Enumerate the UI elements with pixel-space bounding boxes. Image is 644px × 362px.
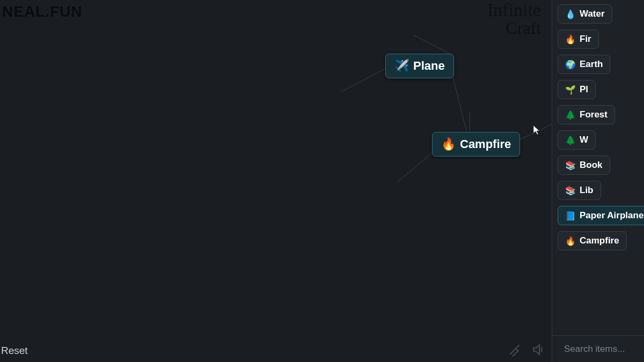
search-input[interactable] [564,344,644,354]
fire-icon: 🔥 [441,137,456,151]
svg-line-2 [340,69,385,92]
books-icon: 📚 [565,186,576,196]
site-logo[interactable]: NEAL.FUN [2,3,83,20]
seedling-icon: 🌱 [565,85,576,95]
sidebar: 💧 Water 🔥 Fir 🌍 Earth 🌱 Pl 🌲 Forest 🌲 W … [552,0,644,362]
chip-label: Fir [580,34,591,45]
tree-icon: 🌲 [565,135,576,145]
inventory-item-paper-airplane[interactable]: 📘 Paper Airplane [558,206,644,225]
tree-icon: 🌲 [565,110,576,120]
inventory: 💧 Water 🔥 Fir 🌍 Earth 🌱 Pl 🌲 Forest 🌲 W … [552,0,644,335]
fire-icon: 🔥 [565,236,576,246]
paper-icon: 📘 [565,211,576,221]
chip-label: Forest [580,109,608,120]
inventory-item-earth[interactable]: 🌍 Earth [558,55,610,74]
fire-icon: 🔥 [565,34,576,45]
earth-icon: 🌍 [565,60,576,70]
node-label: Campfire [460,137,511,151]
inventory-item-campfire[interactable]: 🔥 Campfire [558,231,627,250]
chip-label: Water [580,9,605,19]
plane-icon: ✈️ [394,59,409,73]
game-title-line1: Infinite [487,1,541,19]
chip-label: Earth [580,59,603,70]
chip-label: Paper Airplane [580,210,643,221]
inventory-item-water[interactable]: 💧 Water [558,4,612,24]
inventory-item-book[interactable]: 📚 Book [558,156,610,175]
chip-label: Pl [580,84,588,95]
inventory-item-wood[interactable]: 🌲 W [558,130,596,150]
inventory-item-fire[interactable]: 🔥 Fir [558,29,599,49]
chip-label: Book [580,160,603,171]
sound-icon[interactable] [531,343,545,357]
bottom-icons [508,343,545,357]
inventory-item-plant[interactable]: 🌱 Pl [558,80,596,99]
node-label: Plane [413,59,445,73]
water-icon: 💧 [565,9,576,19]
svg-line-0 [413,35,450,54]
inventory-item-library[interactable]: 📚 Lib [558,181,601,200]
reset-button[interactable]: Reset [1,345,28,357]
search-bar [552,335,644,362]
canvas-node-campfire[interactable]: 🔥 Campfire [432,132,520,157]
chip-label: W [580,135,588,145]
chip-label: Campfire [580,235,619,246]
connection-lines [0,0,552,362]
game-title-line2: Craft [487,19,541,36]
cursor-icon [533,125,540,135]
books-icon: 📚 [565,160,576,171]
chip-label: Lib [580,185,594,196]
clear-icon[interactable] [508,343,522,357]
game-title: Infinite Craft [487,1,541,36]
svg-line-4 [397,153,432,182]
canvas-node-plane[interactable]: ✈️ Plane [385,54,454,78]
inventory-item-forest[interactable]: 🌲 Forest [558,105,615,124]
